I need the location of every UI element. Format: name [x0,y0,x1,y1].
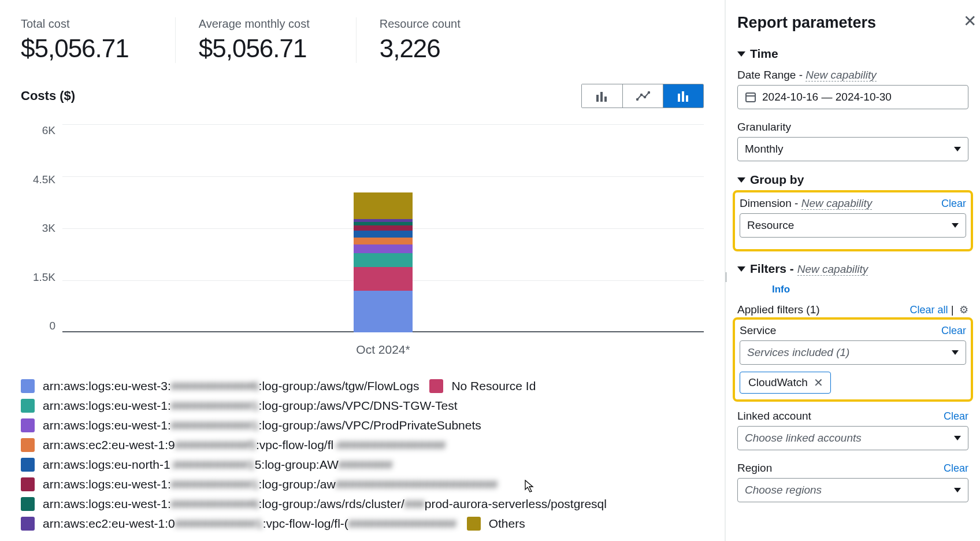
service-label: Service Clear [740,324,966,337]
bar-segment[interactable] [354,192,413,220]
region-select[interactable]: Choose regions [737,478,968,502]
service-clear-link[interactable]: Clear [941,325,966,337]
ytick: 3K [42,222,55,235]
resource-count-value: 3,226 [380,34,461,63]
bar-segment[interactable] [354,267,413,291]
swatch-icon [21,517,35,531]
chevron-down-icon [954,147,961,151]
swatch-icon [21,418,35,432]
bar-segment[interactable] [354,238,413,244]
chevron-down-icon [954,436,961,440]
time-section-header[interactable]: Time [737,47,968,61]
summary-row: Total cost $5,056.71 Average monthly cos… [21,17,704,63]
swatch-icon [21,438,35,452]
info-link[interactable]: Info [772,284,790,295]
ytick: 6K [42,124,55,137]
avg-cost-value: $5,056.71 [199,34,310,63]
linked-account-label: Linked account Clear [737,410,968,423]
groupby-section-header[interactable]: Group by [737,173,968,187]
caret-down-icon [737,177,745,183]
swatch-icon [467,517,481,531]
x-axis-label: Oct 2024* [62,343,704,357]
linked-account-select[interactable]: Choose linked accounts [737,426,968,450]
dimension-select[interactable]: Resource [740,213,966,238]
clear-all-link[interactable]: Clear all [910,304,948,316]
chevron-down-icon [952,223,959,228]
legend-item[interactable]: arn:aws:logs:eu-north-1:###########15:lo… [21,455,704,475]
summary-avg-cost: Average monthly cost $5,056.71 [175,17,333,63]
legend-item[interactable]: arn:aws:logs:eu-west-1:############1:log… [21,396,704,416]
plot-area[interactable] [62,124,704,332]
bar-chart-icon [596,90,608,102]
ytick: 4.5K [33,173,55,186]
swatch-icon [21,477,35,491]
bar-segment[interactable] [354,291,413,332]
calendar-icon [745,91,756,103]
dimension-clear-link[interactable]: Clear [941,198,966,210]
svg-rect-8 [678,94,680,97]
bar-segment[interactable] [354,231,413,238]
date-range-label: Date Range - New capability [737,69,968,81]
stacked-bar-chart-icon [677,90,690,102]
bar-segment[interactable] [354,244,413,254]
panel-title: Report parameters [737,14,968,32]
remove-chip-icon[interactable]: ✕ [814,376,823,390]
svg-rect-13 [746,93,755,102]
legend-item[interactable]: arn:aws:logs:eu-west-3:############6:log… [21,376,419,396]
legend-item[interactable]: arn:aws:logs:eu-west-1:############1:log… [21,475,704,494]
applied-filters-row: Applied filters (1) Clear all | ⚙ [737,303,968,316]
bar-chart-button[interactable] [582,84,622,108]
legend-item[interactable]: No Resource Id [429,376,536,396]
service-chip-cloudwatch: CloudWatch ✕ [740,372,831,394]
svg-rect-1 [600,92,603,102]
granularity-select[interactable]: Monthly [737,137,968,161]
chart-title: Costs ($) [21,88,75,103]
svg-rect-12 [686,95,688,98]
chart-type-toggle [581,84,704,108]
swatch-icon [21,379,35,393]
dimension-highlight: Dimension - New capability Clear Resourc… [733,190,973,251]
legend-item[interactable]: arn:aws:logs:eu-west-1:############6:log… [21,494,704,514]
legend: arn:aws:logs:eu-west-3:############6:log… [21,376,704,533]
line-chart-button[interactable] [622,84,663,108]
chevron-down-icon [954,488,961,492]
legend-item[interactable]: Others [467,514,525,533]
filters-section-header[interactable]: Filters - New capability [737,262,968,276]
date-range-input[interactable]: 2024-10-16 — 2024-10-30 [737,85,968,109]
legend-item[interactable]: arn:aws:ec2:eu-west-1:0############1:vpc… [21,514,456,533]
linked-clear-link[interactable]: Clear [944,410,968,423]
ytick: 0 [49,320,55,332]
total-cost-value: $5,056.71 [21,34,129,63]
swatch-icon [21,399,35,413]
chart-area: 6K 4.5K 3K 1.5K 0 [21,124,704,332]
summary-resource-count: Resource count 3,226 [356,17,484,63]
caret-down-icon [737,51,745,57]
region-label: Region Clear [737,462,968,475]
region-clear-link[interactable]: Clear [944,462,968,475]
legend-item[interactable]: arn:aws:logs:eu-west-1:############1:log… [21,416,704,435]
legend-item[interactable]: arn:aws:ec2:eu-west-1:9###########5:vpc-… [21,435,704,455]
resource-count-label: Resource count [380,17,461,31]
swatch-icon [21,458,35,472]
granularity-label: Granularity [737,121,968,134]
service-select[interactable]: Services included (1) [740,340,966,365]
bar-segment[interactable] [354,253,413,267]
service-highlight: Service Clear Services included (1) Clou… [733,317,973,402]
main-content: Total cost $5,056.71 Average monthly cos… [0,0,726,541]
gear-icon[interactable]: ⚙ [959,304,968,316]
y-axis: 6K 4.5K 3K 1.5K 0 [21,124,62,332]
bar-segment[interactable] [354,225,413,230]
svg-point-4 [640,94,643,97]
summary-total-cost: Total cost $5,056.71 [21,17,152,63]
svg-rect-0 [596,95,599,102]
swatch-icon [21,497,35,511]
dimension-label: Dimension - New capability Clear [740,197,966,210]
line-chart-icon [636,90,650,102]
caret-down-icon [737,266,745,272]
report-parameters-panel: || ✕ Report parameters Time Date Range -… [726,0,980,541]
chart-header: Costs ($) [21,84,704,108]
stacked-bar[interactable] [354,192,413,332]
stacked-bar-chart-button[interactable] [663,84,703,108]
close-icon[interactable]: ✕ [963,12,977,31]
avg-cost-label: Average monthly cost [199,17,310,31]
